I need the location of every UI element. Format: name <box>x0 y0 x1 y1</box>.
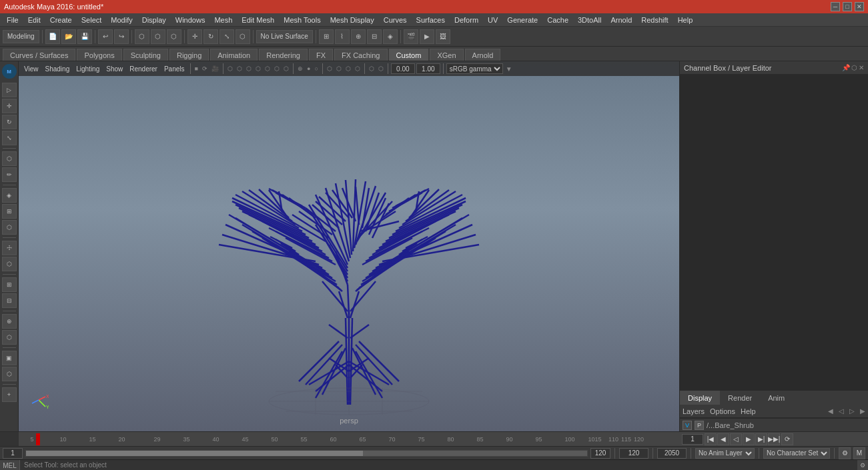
close-button[interactable]: ✕ <box>855 2 864 11</box>
last-tool-button[interactable]: ⬡ <box>2 257 17 271</box>
new-scene-button[interactable]: 📄 <box>45 29 60 44</box>
mode-selector[interactable]: Modeling <box>3 30 39 43</box>
menu-create[interactable]: Create <box>46 15 76 25</box>
snap-curve-button[interactable]: ⌇ <box>335 29 350 44</box>
save-scene-button[interactable]: 💾 <box>77 29 92 44</box>
timeline-playhead[interactable] <box>36 433 40 445</box>
cam-tools-button[interactable]: ⬡ <box>2 367 17 381</box>
menu-display[interactable]: Display <box>138 15 170 25</box>
vp-menu-renderer[interactable]: Renderer <box>127 65 160 73</box>
menu-file[interactable]: File <box>3 15 23 25</box>
rb-tab-anim[interactable]: Anim <box>760 391 793 405</box>
tab-rigging[interactable]: Rigging <box>169 49 209 61</box>
snap-options-button[interactable]: ⊟ <box>2 293 17 308</box>
vp-menu-view[interactable]: View <box>21 65 41 73</box>
menu-arnold[interactable]: Arnold <box>606 15 636 25</box>
mel-tab[interactable]: MEL <box>0 460 20 470</box>
viewport[interactable]: View Shading Lighting Show Renderer Pane… <box>19 61 679 431</box>
tab-xgen[interactable]: XGen <box>430 49 463 61</box>
vp-menu-panels[interactable]: Panels <box>161 65 187 73</box>
range-end-input[interactable] <box>590 448 610 459</box>
undo-button[interactable]: ↩ <box>98 29 113 44</box>
maximize-button[interactable]: □ <box>843 2 852 11</box>
tab-curves-surfaces[interactable]: Curves / Surfaces <box>3 49 75 61</box>
redo-button[interactable]: ↪ <box>114 29 129 44</box>
play-back-button[interactable]: ◁ <box>730 433 742 445</box>
help-menu[interactable]: Help <box>741 407 756 415</box>
layer-arrow-left[interactable]: ◀ <box>828 407 833 415</box>
menu-help[interactable]: Help <box>674 15 697 25</box>
ipr-button[interactable]: ▶ <box>420 29 434 44</box>
menu-modify[interactable]: Modify <box>107 15 136 25</box>
layer-playback-check[interactable]: P <box>695 421 704 430</box>
paint-select-left[interactable]: ✏ <box>2 167 17 182</box>
soft-select-button[interactable]: ⬡ <box>2 151 17 166</box>
loop-button[interactable]: ⟳ <box>781 433 793 445</box>
live-surface-label[interactable]: No Live Surface <box>256 30 313 43</box>
move-tool-button[interactable]: ✛ <box>187 29 202 44</box>
rotate-tool-left[interactable]: ↻ <box>2 115 17 129</box>
vp-menu-lighting[interactable]: Lighting <box>73 65 102 73</box>
go-to-end-button[interactable]: ▶▶| <box>768 433 780 445</box>
vp-menu-show[interactable]: Show <box>103 65 125 73</box>
rotate-tool-button[interactable]: ↻ <box>203 29 218 44</box>
annotation-button[interactable]: ⬡ <box>2 330 17 345</box>
preferences-button[interactable]: ⚙ <box>839 447 851 459</box>
select-tool-left[interactable]: ▷ <box>2 83 17 97</box>
tab-arnold[interactable]: Arnold <box>465 49 501 61</box>
menu-deform[interactable]: Deform <box>450 15 482 25</box>
current-frame-input[interactable] <box>682 434 703 445</box>
tab-fx-caching[interactable]: FX Caching <box>334 49 387 61</box>
menu-redshift[interactable]: Redshift <box>637 15 672 25</box>
object-button[interactable]: ⬡ <box>2 220 17 235</box>
tab-rendering[interactable]: Rendering <box>259 49 308 61</box>
open-scene-button[interactable]: 📂 <box>61 29 76 44</box>
playback-end-input[interactable] <box>619 448 648 459</box>
menu-edit[interactable]: Edit <box>24 15 45 25</box>
menu-curves[interactable]: Curves <box>380 15 411 25</box>
layer-arrow-right2[interactable]: ▶ <box>860 407 865 415</box>
tab-custom[interactable]: Custom <box>389 49 429 61</box>
layer-arrow-left2[interactable]: ◁ <box>839 407 844 415</box>
lasso-select-button[interactable]: ⬡ <box>151 29 165 44</box>
render-region-button[interactable]: ▣ <box>2 351 17 365</box>
tab-animation[interactable]: Animation <box>210 49 258 61</box>
menu-cache[interactable]: Cache <box>543 15 572 25</box>
minimize-button[interactable]: ─ <box>831 2 840 11</box>
rb-tab-display[interactable]: Display <box>680 391 720 405</box>
range-bar[interactable] <box>25 450 588 457</box>
snap-view-button[interactable]: ◈ <box>383 29 398 44</box>
layer-arrow-right[interactable]: ▷ <box>849 407 855 415</box>
tab-polygons[interactable]: Polygons <box>77 49 121 61</box>
paint-select-button[interactable]: ⬡ <box>167 29 181 44</box>
snap-point-button[interactable]: ⊕ <box>351 29 366 44</box>
menu-mesh[interactable]: Mesh <box>210 15 236 25</box>
move-tool-left[interactable]: ✛ <box>2 99 17 113</box>
vp-menu-shading[interactable]: Shading <box>43 65 73 73</box>
select-tool-button[interactable]: ⬡ <box>135 29 149 44</box>
snap-surface-button[interactable]: ⊟ <box>367 29 382 44</box>
range-start-input[interactable] <box>3 448 23 459</box>
menu-edit-mesh[interactable]: Edit Mesh <box>238 15 278 25</box>
timeline-track[interactable]: 5 10 15 20 29 35 40 45 50 55 60 65 70 75… <box>19 432 606 447</box>
hierarchy-button[interactable]: ⊞ <box>2 204 17 219</box>
menu-windows[interactable]: Windows <box>171 15 209 25</box>
status-bar-settings[interactable]: ⚙ <box>857 460 868 470</box>
snap-all-button[interactable]: ⊞ <box>2 277 17 292</box>
render-button[interactable]: 🎬 <box>404 29 418 44</box>
tab-sculpting[interactable]: Sculpting <box>123 49 168 61</box>
component-button[interactable]: ◈ <box>2 188 17 203</box>
measure-button[interactable]: ⊕ <box>2 314 17 329</box>
menu-mesh-display[interactable]: Mesh Display <box>326 15 378 25</box>
play-forward-button[interactable]: ▶ <box>743 433 755 445</box>
menu-surfaces[interactable]: Surfaces <box>412 15 449 25</box>
color-profile-select[interactable]: sRGB gamma <box>446 63 503 74</box>
scale-tool-button[interactable]: ⤡ <box>220 29 234 44</box>
fps-input[interactable] <box>657 448 687 459</box>
menu-mesh-tools[interactable]: Mesh Tools <box>280 15 324 25</box>
char-set-select[interactable]: No Character Set <box>763 448 830 459</box>
layer-visibility-check[interactable]: V <box>683 421 692 430</box>
snap-grid-button[interactable]: ⊞ <box>319 29 334 44</box>
show-manipulator-button[interactable]: ☩ <box>2 241 17 255</box>
tab-fx[interactable]: FX <box>309 49 333 61</box>
